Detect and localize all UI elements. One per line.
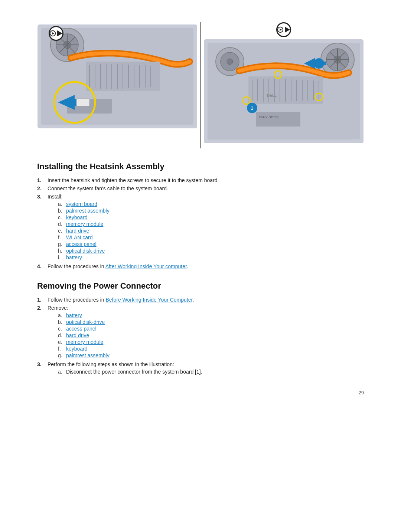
remove-item-label-4: e. — [58, 339, 64, 345]
remove-item-4: e.memory module — [58, 339, 110, 345]
remove-step-3-text: Perform the following steps as shown in … — [48, 361, 174, 367]
step-3: 3. Install: a.system boardb.palmrest ass… — [37, 194, 364, 261]
remove-item-label-3: d. — [58, 332, 64, 338]
removing-steps: 1. Follow the procedures in Before Worki… — [37, 297, 364, 375]
install-item-link-7[interactable]: optical disk-drive — [66, 248, 105, 254]
install-item-7: h.optical disk-drive — [58, 248, 110, 254]
right-image-column: DELL ONLY DDR3L 1 2 — [204, 22, 363, 143]
install-item-label-3: d. — [58, 221, 64, 227]
remove-item-label-6: g. — [58, 352, 64, 358]
install-item-link-0[interactable]: system board — [66, 201, 97, 207]
remove-sub-list: a.batteryb.optical disk-drivec.access pa… — [58, 312, 110, 358]
step-3-num: 3. — [37, 194, 45, 200]
step-4-end: . — [187, 263, 188, 269]
install-item-5: f.WLAN card — [58, 234, 110, 240]
remove-item-link-1[interactable]: optical disk-drive — [66, 319, 105, 325]
step-1: 1. Insert the heatsink and tighten the s… — [37, 177, 364, 183]
install-item-1: b.palmrest assembly — [58, 208, 110, 214]
step-4: 4. Follow the procedures in After Workin… — [37, 263, 364, 269]
right-heatsink-image: DELL ONLY DDR3L 1 2 — [204, 39, 363, 143]
remove-step-2-num: 2. — [37, 305, 45, 311]
install-item-label-0: a. — [58, 201, 64, 207]
remove-item-link-6[interactable]: palmrest assembly — [66, 352, 110, 358]
remove-step-3: 3. Perform the following steps as shown … — [37, 361, 364, 375]
installing-title: Installing the Heatsink Assembly — [37, 162, 364, 171]
install-item-3: d.memory module — [58, 221, 110, 227]
svg-text:ONLY DDR3L: ONLY DDR3L — [259, 115, 280, 119]
remove-item-label-5: f. — [58, 346, 64, 352]
svg-text:1: 1 — [251, 105, 253, 111]
remove-item-label-0: a. — [58, 312, 64, 318]
step-4-text: Follow the procedures in After Working I… — [48, 263, 188, 269]
svg-point-42 — [227, 59, 233, 65]
remove-step-1-after: . — [192, 297, 194, 303]
after-working-link[interactable]: After Working Inside Your computer — [105, 263, 187, 269]
install-item-0: a.system board — [58, 201, 110, 207]
install-item-link-8[interactable]: battery — [66, 254, 82, 260]
install-item-8: i.battery — [58, 254, 110, 260]
step-2-num: 2. — [37, 185, 45, 191]
install-item-link-4[interactable]: hard drive — [66, 228, 89, 234]
remove-item-5: f.keyboard — [58, 346, 110, 352]
remove-step-3a-text: Disconnect the power connector from the … — [66, 369, 202, 375]
install-item-label-2: c. — [58, 214, 64, 220]
left-image-column: ONLY DDR3L — [38, 22, 197, 128]
right-heatsink-svg: DELL ONLY DDR3L 1 2 — [204, 39, 363, 143]
remove-item-2: c.access panel — [58, 326, 110, 332]
install-item-label-5: f. — [58, 234, 64, 240]
install-item-2: c.keyboard — [58, 214, 110, 220]
right-play-button[interactable] — [276, 22, 291, 37]
remove-step-1-before: Follow the procedures in — [48, 297, 105, 303]
install-item-link-6[interactable]: access panel — [66, 241, 97, 247]
svg-rect-28 — [76, 99, 89, 106]
install-item-4: e.hard drive — [58, 228, 110, 234]
install-item-link-1[interactable]: palmrest assembly — [66, 208, 110, 214]
install-item-link-2[interactable]: keyboard — [66, 214, 88, 220]
remove-step-2-text: Remove: — [48, 305, 68, 311]
remove-item-1: b.optical disk-drive — [58, 319, 110, 325]
remove-item-link-0[interactable]: battery — [66, 312, 82, 318]
remove-item-link-3[interactable]: hard drive — [66, 332, 89, 338]
left-play-button[interactable] — [49, 26, 63, 41]
install-item-label-8: i. — [58, 254, 64, 260]
before-working-link[interactable]: Before Working Inside Your Computer — [105, 297, 192, 303]
svg-rect-58 — [256, 112, 300, 127]
remove-step-3a-label: a. — [58, 369, 64, 375]
remove-item-3: d.hard drive — [58, 332, 110, 338]
step-4-text-before: Follow the procedures in — [48, 263, 105, 269]
remove-step-3-num: 3. — [37, 361, 45, 367]
remove-step-1-num: 1. — [37, 297, 45, 303]
install-item-link-5[interactable]: WLAN card — [66, 234, 93, 240]
install-sub-list: a.system boardb.palmrest assemblyc.keybo… — [58, 201, 110, 260]
remove-item-link-4[interactable]: memory module — [66, 339, 103, 345]
install-item-label-4: e. — [58, 228, 64, 234]
installing-section: Installing the Heatsink Assembly 1. Inse… — [37, 162, 364, 269]
install-item-link-3[interactable]: memory module — [66, 221, 103, 227]
install-item-label-1: b. — [58, 208, 64, 214]
remove-step-1: 1. Follow the procedures in Before Worki… — [37, 297, 364, 303]
svg-text:DELL: DELL — [267, 93, 277, 98]
installing-steps: 1. Insert the heatsink and tighten the s… — [37, 177, 364, 269]
step-1-text: Insert the heatsink and tighten the scre… — [48, 177, 219, 183]
step-2-text: Connect the system fan's cable to the sy… — [48, 185, 168, 191]
remove-sub-list-2: a. Disconnect the power connector from t… — [58, 369, 202, 375]
install-item-label-6: g. — [58, 241, 64, 247]
install-item-label-7: h. — [58, 248, 64, 254]
remove-step-2: 2. Remove: a.batteryb.optical disk-drive… — [37, 305, 364, 359]
remove-item-6: g.palmrest assembly — [58, 352, 110, 358]
left-heatsink-svg: ONLY DDR3L — [38, 24, 197, 128]
remove-step-3a: a. Disconnect the power connector from t… — [58, 369, 202, 375]
step-3-text: Install: — [48, 194, 62, 200]
removing-section: Removing the Power Connector 1. Follow t… — [37, 281, 364, 375]
step-1-num: 1. — [37, 177, 45, 183]
remove-step-1-text: Follow the procedures in Before Working … — [48, 297, 194, 303]
install-item-6: g.access panel — [58, 241, 110, 247]
page-number: 29 — [359, 390, 364, 395]
step-4-num: 4. — [37, 263, 45, 269]
remove-item-link-2[interactable]: access panel — [66, 326, 97, 332]
remove-item-label-1: b. — [58, 319, 64, 325]
remove-item-link-5[interactable]: keyboard — [66, 346, 88, 352]
remove-item-label-2: c. — [58, 326, 64, 332]
remove-item-0: a.battery — [58, 312, 110, 318]
step-2: 2. Connect the system fan's cable to the… — [37, 185, 364, 191]
